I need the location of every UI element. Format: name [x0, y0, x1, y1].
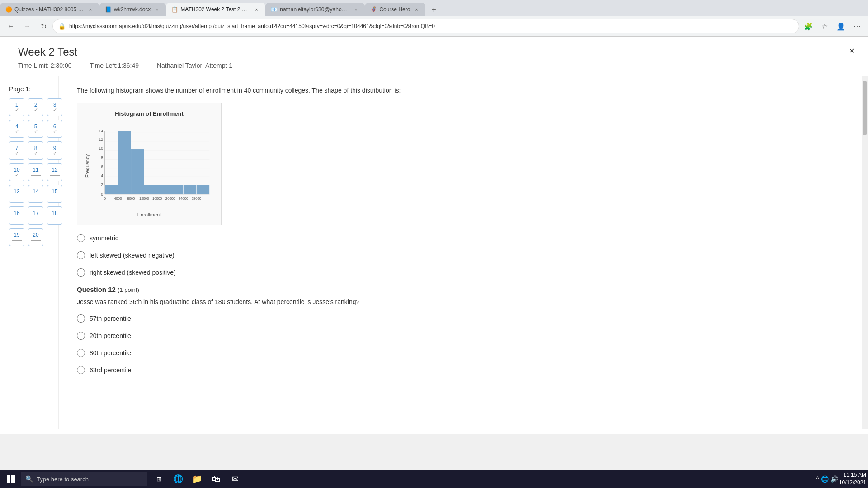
tab-close-4[interactable]: ×	[352, 6, 359, 13]
question-nav-btn-17[interactable]: 17——	[28, 206, 43, 225]
histogram-svg: 0 2 4 6 8 10 12 14	[92, 121, 214, 211]
address-bar[interactable]: 🔒 https://myclassroom.apus.edu/d2l/lms/q…	[52, 19, 799, 33]
q-check-13: ——	[12, 194, 22, 199]
q12-points: (1 point)	[118, 286, 139, 293]
question-nav-btn-19[interactable]: 19——	[9, 228, 24, 246]
refresh-button[interactable]: ↻	[36, 19, 51, 33]
answer-option-symmetric[interactable]: symmetric	[77, 234, 850, 242]
question-nav-btn-16[interactable]: 16——	[9, 206, 24, 225]
svg-rect-21	[157, 185, 170, 194]
svg-rect-20	[144, 185, 157, 194]
svg-text:16000: 16000	[152, 197, 162, 201]
radio-symmetric[interactable]	[77, 234, 85, 242]
quiz-header: Week 2 Test Time Limit: 2:30:00 Time Lef…	[0, 37, 868, 76]
q-check-2: ✓	[34, 108, 38, 113]
sidebar: Page 1: 1✓2✓3✓4✓5✓6✓7✓8✓9✓10✓11——12——13—…	[0, 76, 59, 429]
user-attempt: Nathaniel Taylor: Attempt 1	[157, 62, 232, 69]
q-num-14: 14	[33, 189, 38, 194]
svg-rect-22	[170, 185, 184, 194]
nav-bar: ← → ↻ 🔒 https://myclassroom.apus.edu/d2l…	[0, 16, 868, 36]
question11-text: The following histogram shows the number…	[77, 85, 850, 95]
tab-favicon-1: 🟠	[5, 6, 12, 13]
radio-80th[interactable]	[77, 349, 85, 357]
tab-coursehero[interactable]: 🦸 Course Hero ×	[365, 3, 425, 16]
question12-header: Question 12 (1 point)	[77, 286, 850, 293]
radio-right-skewed[interactable]	[77, 268, 85, 277]
answer-option-57th[interactable]: 57th percentile	[77, 314, 850, 323]
label-left-skewed: left skewed (skewed negative)	[90, 252, 175, 259]
histogram-container: Histogram of Enrollment Frequency 0 2 4	[77, 103, 222, 225]
q-num-5: 5	[34, 124, 38, 129]
tab-close-1[interactable]: ×	[87, 6, 94, 13]
q-check-5: ✓	[34, 129, 38, 134]
question-nav-btn-14[interactable]: 14——	[28, 185, 43, 203]
q-check-15: ——	[50, 194, 60, 199]
settings-icon[interactable]: ⋯	[850, 19, 864, 33]
question-nav-btn-8[interactable]: 8✓	[28, 141, 43, 160]
url-text: https://myclassroom.apus.edu/d2l/lms/qui…	[69, 23, 793, 29]
tab-quizzes[interactable]: 🟠 Quizzes - MATH302 8005 Fall 20 ×	[0, 3, 99, 16]
question-nav-btn-13[interactable]: 13——	[9, 185, 24, 203]
time-limit: Time Limit: 2:30:00	[18, 62, 72, 69]
question-nav-btn-4[interactable]: 4✓	[9, 120, 24, 138]
question-nav-btn-10[interactable]: 10✓	[9, 163, 24, 181]
profile-icon[interactable]: 👤	[834, 19, 848, 33]
tab-close-3[interactable]: ×	[253, 6, 260, 13]
forward-button[interactable]: →	[20, 19, 34, 33]
question-nav-btn-5[interactable]: 5✓	[28, 120, 43, 138]
q-num-12: 12	[52, 167, 57, 173]
new-tab-button[interactable]: +	[427, 4, 440, 16]
question-nav-btn-1[interactable]: 1✓	[9, 98, 24, 116]
q-num-6: 6	[53, 124, 57, 129]
answer-option-80th[interactable]: 80th percentile	[77, 349, 850, 357]
answer-option-left-skewed[interactable]: left skewed (skewed negative)	[77, 251, 850, 259]
close-button[interactable]: ×	[849, 46, 854, 56]
question-nav-btn-7[interactable]: 7✓	[9, 141, 24, 160]
radio-left-skewed[interactable]	[77, 251, 85, 259]
svg-text:8000: 8000	[127, 197, 135, 201]
radio-63rd[interactable]	[77, 366, 85, 374]
question-nav-btn-11[interactable]: 11——	[28, 163, 43, 181]
page-container: Week 2 Test Time Limit: 2:30:00 Time Lef…	[0, 37, 868, 434]
scrollbar-track[interactable]	[862, 76, 868, 429]
tab-close-2[interactable]: ×	[153, 6, 160, 13]
q-num-11: 11	[33, 167, 38, 173]
tab-bar: 🟠 Quizzes - MATH302 8005 Fall 20 × 📘 wk2…	[0, 0, 868, 16]
radio-57th[interactable]	[77, 314, 85, 323]
tab-close-5[interactable]: ×	[413, 6, 420, 13]
q-num-17: 17	[33, 211, 38, 216]
tab-favicon-4: 📧	[271, 6, 277, 13]
q-check-12: ——	[50, 173, 60, 178]
tab-docx[interactable]: 📘 wk2hmwk.docx ×	[99, 3, 166, 16]
extensions-icon[interactable]: 🧩	[801, 19, 816, 33]
q-num-19: 19	[14, 232, 19, 238]
content-area[interactable]: The following histogram shows the number…	[59, 76, 868, 429]
tab-email[interactable]: 📧 nathanieltaylor630@yahoo.com ×	[265, 3, 365, 16]
answer-option-20th[interactable]: 20th percentile	[77, 332, 850, 340]
svg-text:24000: 24000	[179, 197, 188, 201]
favorites-icon[interactable]: ☆	[817, 19, 832, 33]
histogram-title: Histogram of Enrollment	[85, 110, 214, 117]
back-button[interactable]: ←	[4, 19, 18, 33]
q-check-11: ——	[31, 173, 41, 178]
q-num-18: 18	[52, 211, 57, 216]
scrollbar-thumb[interactable]	[863, 81, 867, 135]
label-80th: 80th percentile	[90, 349, 131, 357]
answer-option-63rd[interactable]: 63rd percentile	[77, 366, 850, 374]
q-check-17: ——	[31, 216, 41, 221]
svg-text:20000: 20000	[165, 197, 175, 201]
tab-title-5: Course Hero	[379, 6, 410, 13]
question-nav-btn-2[interactable]: 2✓	[28, 98, 43, 116]
tab-title-2: wk2hmwk.docx	[114, 6, 151, 13]
label-20th: 20th percentile	[90, 332, 131, 339]
tab-math302[interactable]: 📋 MATH302 Week 2 Test 2 95%.d ×	[166, 3, 265, 16]
q-check-20: ——	[31, 238, 41, 243]
answer-option-right-skewed[interactable]: right skewed (skewed positive)	[77, 268, 850, 277]
svg-rect-19	[131, 149, 144, 194]
svg-text:8: 8	[101, 155, 103, 160]
radio-20th[interactable]	[77, 332, 85, 340]
label-63rd: 63rd percentile	[90, 366, 132, 374]
q-check-18: ——	[50, 216, 60, 221]
quiz-body: Page 1: 1✓2✓3✓4✓5✓6✓7✓8✓9✓10✓11——12——13—…	[0, 76, 868, 429]
question-nav-btn-20[interactable]: 20——	[28, 228, 43, 246]
